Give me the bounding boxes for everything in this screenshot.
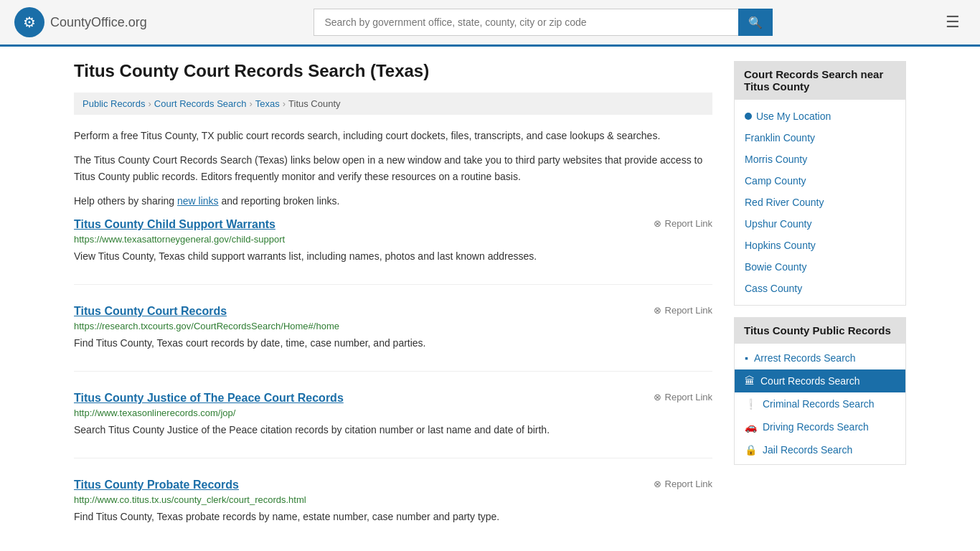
main-container: Titus County Court Records Search (Texas… xyxy=(60,47,920,551)
result-item: Titus County Court Records ⊗ Report Link… xyxy=(74,305,712,372)
public-link-arrest[interactable]: ▪ Arrest Records Search xyxy=(735,347,905,369)
result-item: Titus County Child Support Warrants ⊗ Re… xyxy=(74,218,712,285)
arrest-icon: ▪ xyxy=(745,352,748,364)
sidebar-link-redriver[interactable]: Red River County xyxy=(735,192,905,213)
result-desc-3: Search Titus County Justice of the Peace… xyxy=(74,423,712,438)
report-link-3[interactable]: ⊗ Report Link xyxy=(654,392,712,402)
content-area: Titus County Court Records Search (Texas… xyxy=(74,61,712,551)
sidebar-link-franklin[interactable]: Franklin County xyxy=(735,127,905,149)
public-records-section: Titus County Public Records ▪ Arrest Rec… xyxy=(734,317,906,465)
report-link-1[interactable]: ⊗ Report Link xyxy=(654,218,712,229)
breadcrumb-court-records[interactable]: Court Records Search xyxy=(154,98,247,109)
sidebar-link-camp[interactable]: Camp County xyxy=(735,170,905,192)
report-link-4[interactable]: ⊗ Report Link xyxy=(654,479,712,489)
public-link-driving[interactable]: 🚗 Driving Records Search xyxy=(735,415,905,438)
report-link-2[interactable]: ⊗ Report Link xyxy=(654,305,712,316)
public-records-links: ▪ Arrest Records Search 🏛 Court Records … xyxy=(734,344,906,465)
nearby-header: Court Records Search near Titus County xyxy=(734,61,906,100)
nearby-links: Use My Location Franklin County Morris C… xyxy=(734,100,906,306)
result-title-3[interactable]: Titus County Justice of The Peace Court … xyxy=(74,392,344,405)
result-title-4[interactable]: Titus County Probate Records xyxy=(74,479,239,491)
logo-text: CountyOffice.org xyxy=(50,15,147,30)
result-title-1[interactable]: Titus County Child Support Warrants xyxy=(74,218,275,231)
page-title: Titus County Court Records Search (Texas… xyxy=(74,61,712,81)
result-desc-2: Find Titus County, Texas court records b… xyxy=(74,336,712,351)
logo-icon: ⚙ xyxy=(14,7,44,37)
public-link-jail[interactable]: 🔒 Jail Records Search xyxy=(735,438,905,461)
sidebar-link-hopkins[interactable]: Hopkins County xyxy=(735,235,905,256)
result-url-2[interactable]: https://research.txcourts.gov/CourtRecor… xyxy=(74,321,712,331)
result-desc-4: Find Titus County, Texas probate records… xyxy=(74,509,712,524)
sidebar-link-bowie[interactable]: Bowie County xyxy=(735,256,905,278)
breadcrumb: Public Records › Court Records Search › … xyxy=(74,93,712,115)
criminal-icon: ❕ xyxy=(745,398,757,410)
result-item: Titus County Justice of The Peace Court … xyxy=(74,392,712,458)
use-my-location-link[interactable]: Use My Location xyxy=(735,105,905,127)
header: ⚙ CountyOffice.org 🔍 ☰ xyxy=(0,0,980,47)
public-link-court[interactable]: 🏛 Court Records Search xyxy=(735,369,905,392)
breadcrumb-public-records[interactable]: Public Records xyxy=(83,98,145,109)
description-2: The Titus County Court Records Search (T… xyxy=(74,152,712,184)
description-3: Help others by sharing new links and rep… xyxy=(74,193,712,209)
result-title-2[interactable]: Titus County Court Records xyxy=(74,305,227,318)
result-url-1[interactable]: https://www.texasattorneygeneral.gov/chi… xyxy=(74,234,712,245)
result-url-4[interactable]: http://www.co.titus.tx.us/county_clerk/c… xyxy=(74,494,712,505)
logo-area: ⚙ CountyOffice.org xyxy=(14,7,147,37)
search-button[interactable]: 🔍 xyxy=(738,9,773,36)
result-item: Titus County Probate Records ⊗ Report Li… xyxy=(74,479,712,545)
breadcrumb-texas[interactable]: Texas xyxy=(255,98,280,109)
sidebar: Court Records Search near Titus County U… xyxy=(734,61,906,551)
location-dot-icon xyxy=(745,113,752,120)
sidebar-link-upshur[interactable]: Upshur County xyxy=(735,213,905,235)
search-area: 🔍 xyxy=(314,9,773,36)
public-link-criminal[interactable]: ❕ Criminal Records Search xyxy=(735,392,905,415)
nearby-section: Court Records Search near Titus County U… xyxy=(734,61,906,306)
result-desc-1: View Titus County, Texas child support w… xyxy=(74,249,712,264)
breadcrumb-titus-county: Titus County xyxy=(288,98,341,109)
sidebar-link-morris[interactable]: Morris County xyxy=(735,149,905,170)
new-links-link[interactable]: new links xyxy=(177,195,219,207)
public-records-header: Titus County Public Records xyxy=(734,317,906,344)
results-list: Titus County Child Support Warrants ⊗ Re… xyxy=(74,218,712,545)
driving-icon: 🚗 xyxy=(745,421,757,433)
sidebar-link-cass[interactable]: Cass County xyxy=(735,278,905,299)
jail-icon: 🔒 xyxy=(745,444,757,456)
description-1: Perform a free Titus County, TX public c… xyxy=(74,128,712,143)
court-icon: 🏛 xyxy=(745,375,755,387)
menu-button[interactable]: ☰ xyxy=(940,10,966,34)
result-url-3[interactable]: http://www.texasonlinerecords.com/jop/ xyxy=(74,408,712,418)
search-input[interactable] xyxy=(314,9,738,36)
